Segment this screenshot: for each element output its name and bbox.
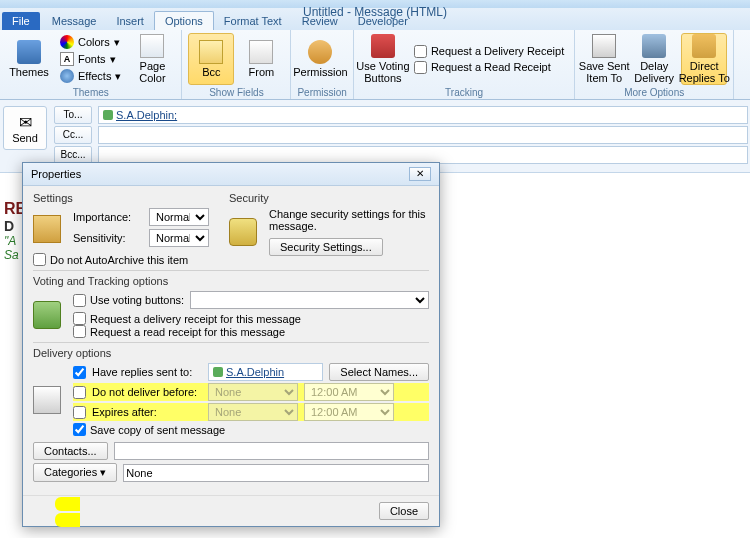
save-copy-check[interactable]: Save copy of sent message (73, 423, 429, 436)
save-sent-icon (592, 34, 616, 58)
cc-field[interactable] (98, 126, 748, 144)
dialog-close-button[interactable]: ✕ (409, 167, 431, 181)
presence-icon (103, 110, 113, 120)
settings-heading: Settings (33, 192, 209, 204)
replies-to-field[interactable]: S.A.Delphin (208, 363, 323, 381)
security-settings-button[interactable]: Security Settings... (269, 238, 383, 256)
tab-format-text[interactable]: Format Text (214, 12, 292, 30)
delivery-icon (33, 386, 61, 414)
group-themes: Themes Colors ▾ AFonts ▾ Effects ▾ Page … (0, 30, 182, 99)
send-icon: ✉ (19, 113, 32, 132)
settings-icon (33, 215, 61, 243)
use-voting-check[interactable]: Use voting buttons: (73, 294, 184, 307)
fonts-button[interactable]: AFonts ▾ (56, 51, 125, 67)
save-sent-button[interactable]: Save Sent Item To (581, 33, 627, 85)
delay-button[interactable]: Delay Delivery (631, 33, 677, 85)
tab-insert[interactable]: Insert (106, 12, 154, 30)
page-color-button[interactable]: Page Color (129, 33, 175, 85)
to-button[interactable]: To... (54, 106, 92, 124)
no-deliver-time[interactable]: 12:00 AM (304, 383, 394, 401)
group-more-options: Save Sent Item To Delay Delivery Direct … (575, 30, 734, 99)
req-delivery-receipt[interactable]: Request a delivery receipt for this mess… (73, 312, 429, 325)
expires-time[interactable]: 12:00 AM (304, 403, 394, 421)
categories-field[interactable] (123, 464, 429, 482)
to-field[interactable]: S.A.Delphin; (98, 106, 748, 124)
voting-section-icon (33, 301, 61, 329)
colors-button[interactable]: Colors ▾ (56, 34, 125, 50)
themes-icon (17, 40, 41, 64)
no-deliver-date[interactable]: None (208, 383, 298, 401)
security-icon (229, 218, 257, 246)
expires-after-check[interactable] (73, 406, 86, 419)
colors-icon (60, 35, 74, 49)
categories-button[interactable]: Categories ▾ (33, 463, 117, 482)
page-color-icon (140, 34, 164, 58)
group-tracking: Use Voting Buttons Request a Delivery Re… (354, 30, 575, 99)
from-icon (249, 40, 273, 64)
send-button[interactable]: ✉ Send (3, 106, 47, 150)
voting-heading: Voting and Tracking options (33, 275, 429, 287)
bcc-button[interactable]: Bcc (188, 33, 234, 85)
to-contact[interactable]: S.A.Delphin; (116, 109, 177, 121)
voting-icon (371, 34, 395, 58)
dialog-title: Properties (31, 168, 81, 180)
group-permission: Permission Permission (291, 30, 353, 99)
voting-combo[interactable] (190, 291, 429, 309)
tab-file[interactable]: File (2, 12, 40, 30)
from-button[interactable]: From (238, 33, 284, 85)
direct-replies-button[interactable]: Direct Replies To (681, 33, 727, 85)
group-show-fields: Bcc From Show Fields (182, 30, 291, 99)
properties-dialog: Properties ✕ Settings Importance: Normal… (22, 162, 440, 527)
tab-options[interactable]: Options (154, 11, 214, 30)
delay-icon (642, 34, 666, 58)
no-deliver-before-check[interactable] (73, 386, 86, 399)
contacts-button[interactable]: Contacts... (33, 442, 108, 460)
sensitivity-select[interactable]: Normal (149, 229, 209, 247)
permission-icon (308, 40, 332, 64)
close-button[interactable]: Close (379, 502, 429, 520)
autoarchive-check[interactable]: Do not AutoArchive this item (33, 253, 209, 266)
delivery-receipt-check[interactable]: Request a Delivery Receipt (410, 44, 568, 59)
security-heading: Security (229, 192, 429, 204)
bcc-icon (199, 40, 223, 64)
delivery-heading: Delivery options (33, 347, 429, 359)
presence-icon (213, 367, 223, 377)
expires-date[interactable]: None (208, 403, 298, 421)
voting-button[interactable]: Use Voting Buttons (360, 33, 406, 85)
req-read-receipt[interactable]: Request a read receipt for this message (73, 325, 429, 338)
read-receipt-check[interactable]: Request a Read Receipt (410, 60, 568, 75)
contacts-field[interactable] (114, 442, 429, 460)
select-names-button[interactable]: Select Names... (329, 363, 429, 381)
have-replies-check[interactable] (73, 366, 86, 379)
importance-select[interactable]: Normal (149, 208, 209, 226)
effects-button[interactable]: Effects ▾ (56, 68, 125, 84)
direct-replies-icon (692, 34, 716, 58)
tab-message[interactable]: Message (42, 12, 107, 30)
cc-button[interactable]: Cc... (54, 126, 92, 144)
ribbon: Themes Colors ▾ AFonts ▾ Effects ▾ Page … (0, 30, 750, 100)
window-title: Untitled - Message (HTML) (303, 5, 447, 19)
themes-button[interactable]: Themes (6, 33, 52, 85)
effects-icon (60, 69, 74, 83)
fonts-icon: A (60, 52, 74, 66)
permission-button[interactable]: Permission (297, 33, 343, 85)
